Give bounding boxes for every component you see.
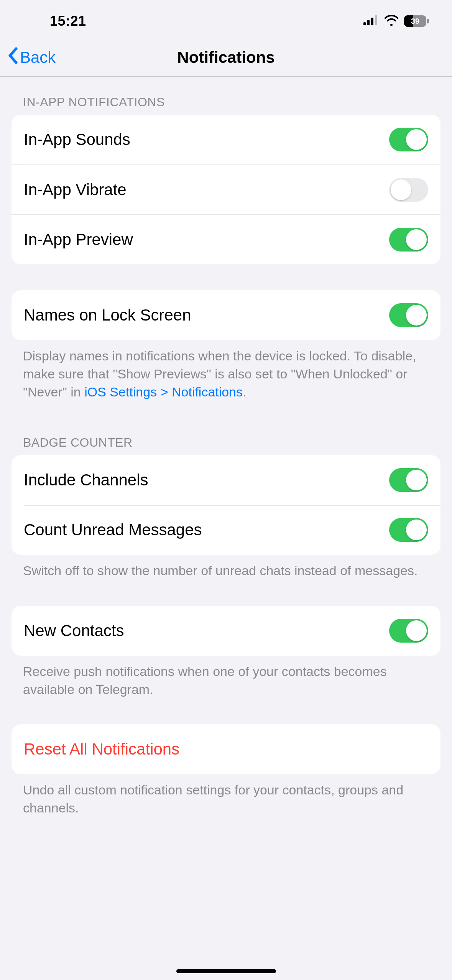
status-time: 15:21 <box>50 13 86 29</box>
group-reset: Reset All Notifications <box>12 724 440 774</box>
toggle-new-contacts[interactable] <box>389 619 428 643</box>
home-indicator <box>176 969 276 973</box>
svg-rect-0 <box>363 22 366 25</box>
toggle-count-unread[interactable] <box>389 518 428 542</box>
row-inapp-preview[interactable]: In-App Preview <box>12 214 440 264</box>
status-bar: 15:21 39 <box>0 0 452 42</box>
section-header-badge: BADGE COUNTER <box>12 401 440 455</box>
toggle-include-channels[interactable] <box>389 468 428 492</box>
toggle-inapp-vibrate[interactable] <box>389 178 428 202</box>
row-new-contacts[interactable]: New Contacts <box>12 606 440 656</box>
row-names-lockscreen[interactable]: Names on Lock Screen <box>12 290 440 340</box>
svg-rect-1 <box>367 20 370 25</box>
row-reset-all[interactable]: Reset All Notifications <box>12 724 440 774</box>
row-label: In-App Vibrate <box>24 181 127 199</box>
row-inapp-vibrate[interactable]: In-App Vibrate <box>12 164 440 214</box>
row-inapp-sounds[interactable]: In-App Sounds <box>12 115 440 164</box>
footer-text-post: . <box>243 385 246 399</box>
row-label: Include Channels <box>24 471 148 489</box>
toggle-inapp-sounds[interactable] <box>389 128 428 151</box>
footer-contacts: Receive push notifications when one of y… <box>12 656 440 699</box>
row-label-reset: Reset All Notifications <box>24 740 179 758</box>
footer-lockscreen: Display names in notifications when the … <box>12 340 440 401</box>
section-header-inapp: IN-APP NOTIFICATIONS <box>12 77 440 115</box>
nav-bar: Back Notifications <box>0 42 452 77</box>
chevron-left-icon <box>8 47 18 68</box>
group-lockscreen: Names on Lock Screen <box>12 290 440 340</box>
footer-reset: Undo all custom notification settings fo… <box>12 774 440 817</box>
wifi-icon <box>384 15 399 27</box>
battery-level: 39 <box>411 17 419 26</box>
svg-rect-3 <box>375 15 377 25</box>
footer-link-ios-settings[interactable]: iOS Settings > Notifications <box>84 385 243 399</box>
svg-rect-2 <box>371 18 373 25</box>
row-label: New Contacts <box>24 622 124 640</box>
back-button[interactable]: Back <box>8 47 56 68</box>
status-icons: 39 <box>363 15 429 27</box>
back-label: Back <box>20 48 56 67</box>
row-count-unread[interactable]: Count Unread Messages <box>12 505 440 555</box>
row-label: Names on Lock Screen <box>24 306 191 324</box>
group-badge: Include Channels Count Unread Messages <box>12 455 440 555</box>
cellular-icon <box>363 15 379 27</box>
battery-icon: 39 <box>404 15 429 27</box>
row-label: In-App Preview <box>24 230 133 249</box>
group-inapp: In-App Sounds In-App Vibrate In-App Prev… <box>12 115 440 264</box>
footer-badge: Switch off to show the number of unread … <box>12 555 440 580</box>
row-label: In-App Sounds <box>24 130 130 149</box>
page-title: Notifications <box>0 48 452 67</box>
row-include-channels[interactable]: Include Channels <box>12 455 440 505</box>
group-contacts: New Contacts <box>12 606 440 656</box>
toggle-inapp-preview[interactable] <box>389 228 428 252</box>
row-label: Count Unread Messages <box>24 521 202 539</box>
toggle-names-lockscreen[interactable] <box>389 303 428 327</box>
